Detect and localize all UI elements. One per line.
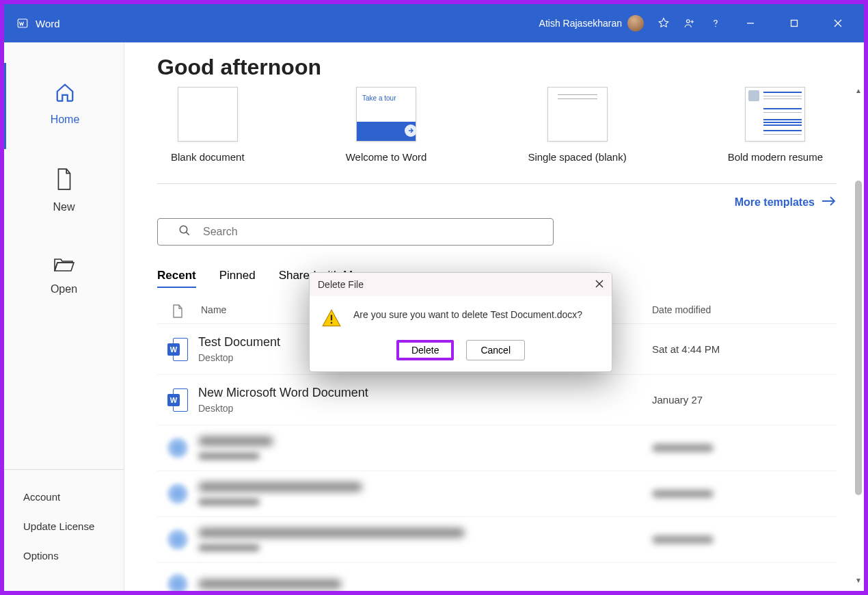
- template-label: Single spaced (blank): [528, 151, 626, 163]
- template-thumb: [745, 87, 805, 142]
- svg-rect-4: [791, 21, 798, 27]
- sidebar-item-home[interactable]: Home: [4, 63, 124, 149]
- template-label: Blank document: [171, 151, 245, 163]
- minimize-button[interactable]: [735, 12, 765, 34]
- dialog-message: Are you sure you want to delete Test Doc…: [353, 308, 582, 322]
- file-row-blurred[interactable]: [157, 471, 837, 517]
- account-manager-icon[interactable]: [683, 17, 696, 29]
- blurred-icon: [167, 529, 188, 550]
- word-app-icon: [16, 17, 29, 29]
- file-date: Sat at 4:44 PM: [652, 343, 837, 355]
- more-templates-label: More templates: [735, 196, 815, 209]
- scroll-up-icon[interactable]: ▲: [853, 85, 864, 96]
- sidebar-link-update-license[interactable]: Update License: [4, 512, 124, 541]
- greeting: Good afternoon: [157, 55, 837, 80]
- file-location: Desktop: [198, 403, 652, 414]
- template-thumb: [178, 87, 238, 142]
- scroll-down-icon[interactable]: ▼: [853, 574, 864, 585]
- word-doc-icon: W: [167, 338, 188, 361]
- user-label[interactable]: Atish Rajasekharan: [539, 15, 644, 31]
- more-templates-link[interactable]: More templates: [157, 196, 837, 209]
- search-icon: [178, 224, 191, 239]
- blurred-icon: [167, 484, 188, 504]
- sidebar-label: Open: [51, 283, 77, 295]
- arrow-right-icon: [405, 124, 417, 137]
- close-window-button[interactable]: [823, 12, 853, 34]
- arrow-right-icon: [822, 196, 837, 209]
- app-title: Word: [36, 18, 60, 29]
- template-blank[interactable]: Blank document: [171, 87, 245, 163]
- sidebar-link-options[interactable]: Options: [4, 541, 124, 570]
- scroll-thumb[interactable]: [855, 181, 862, 495]
- file-row-blurred[interactable]: [157, 563, 837, 591]
- blurred-icon: [167, 438, 188, 458]
- dialog-close-button[interactable]: [595, 278, 603, 291]
- user-name: Atish Rajasekharan: [539, 18, 622, 29]
- word-doc-icon: W: [167, 388, 188, 412]
- template-resume[interactable]: Bold modern resume: [728, 87, 823, 163]
- svg-point-7: [180, 226, 187, 233]
- search-input[interactable]: [203, 226, 541, 238]
- sidebar-item-new[interactable]: New: [4, 149, 124, 237]
- delete-button[interactable]: Delete: [396, 340, 454, 360]
- cancel-button[interactable]: Cancel: [466, 340, 525, 360]
- svg-rect-12: [331, 322, 332, 323]
- sidebar-link-account[interactable]: Account: [4, 482, 124, 512]
- tab-pinned[interactable]: Pinned: [219, 269, 256, 288]
- new-icon: [55, 168, 73, 193]
- template-welcome[interactable]: Take a tour Welcome to Word: [346, 87, 427, 163]
- open-icon: [53, 256, 75, 275]
- file-row-blurred[interactable]: [157, 425, 837, 471]
- tab-recent[interactable]: Recent: [157, 269, 196, 288]
- warning-icon: [322, 308, 341, 328]
- avatar: [627, 15, 644, 31]
- scrollbar[interactable]: ▲ ▼: [853, 85, 864, 585]
- blurred-icon: [167, 574, 188, 591]
- maximize-button[interactable]: [779, 12, 809, 34]
- file-icon: [157, 304, 198, 318]
- search-box[interactable]: [157, 218, 554, 246]
- tour-text: Take a tour: [362, 94, 396, 102]
- file-date: January 27: [652, 394, 837, 406]
- template-thumb: Take a tour: [356, 87, 416, 142]
- dialog-title: Delete File: [318, 279, 364, 290]
- sidebar: Home New Open Account Update License Opt…: [4, 42, 124, 591]
- file-row-blurred[interactable]: [157, 517, 837, 563]
- template-single-spaced[interactable]: Single spaced (blank): [528, 87, 626, 163]
- home-icon: [55, 82, 75, 105]
- svg-rect-11: [331, 315, 332, 320]
- template-label: Welcome to Word: [346, 151, 427, 163]
- file-row[interactable]: W New Microsoft Word Document Desktop Ja…: [157, 375, 837, 425]
- delete-dialog: Delete File Are you sure you want to del…: [309, 272, 612, 372]
- titlebar: Word Atish Rajasekharan: [4, 4, 864, 42]
- template-row: Blank document Take a tour Welcome to Wo…: [157, 87, 837, 163]
- help-icon[interactable]: [709, 17, 722, 29]
- sidebar-label: Home: [51, 114, 80, 126]
- svg-line-8: [186, 232, 189, 235]
- file-name: New Microsoft Word Document: [198, 386, 652, 400]
- template-label: Bold modern resume: [728, 151, 823, 163]
- sidebar-item-open[interactable]: Open: [4, 237, 124, 319]
- sidebar-label: New: [53, 201, 74, 213]
- premium-icon[interactable]: [657, 17, 670, 29]
- svg-point-2: [715, 26, 716, 27]
- svg-point-1: [687, 20, 690, 23]
- header-date[interactable]: Date modified: [652, 304, 837, 318]
- template-thumb: [547, 87, 608, 142]
